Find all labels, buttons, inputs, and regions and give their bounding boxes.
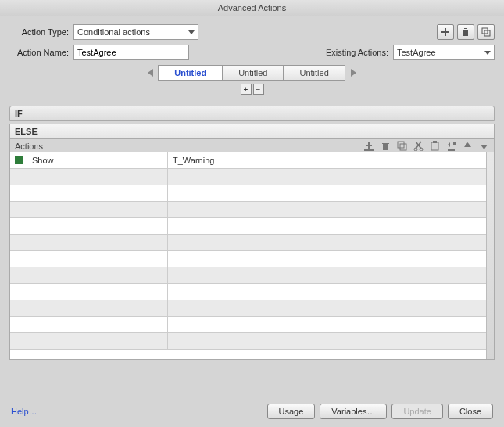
row-action-cell[interactable] [27,169,168,185]
top-panel: Action Type: Conditional actions Action … [0,16,504,102]
svg-rect-7 [431,142,438,150]
row-marker [10,169,27,185]
duplicate-action-button[interactable] [477,24,495,40]
add-row-icon[interactable] [364,141,374,151]
svg-rect-4 [400,144,406,150]
table-row[interactable] [10,317,494,333]
row-target-cell[interactable] [168,267,494,283]
if-section-header[interactable]: IF [9,106,495,121]
cut-row-icon[interactable] [413,141,424,151]
action-type-dropdown[interactable]: Conditional actions [73,24,198,40]
row-target-cell[interactable] [168,169,494,185]
existing-actions-label: Existing Actions: [326,48,393,57]
row-marker [10,267,27,283]
table-row[interactable] [10,251,494,267]
row-action-cell[interactable] [27,235,168,250]
add-tab-button[interactable]: + [241,84,252,95]
chevron-down-icon [188,30,195,34]
table-row[interactable]: ShowT_Warning [10,152,494,169]
row-target-cell[interactable] [168,300,494,316]
decision-tab-1[interactable]: Untitled [222,65,284,81]
move-down-icon[interactable] [479,141,489,151]
row-target-cell[interactable] [168,218,494,234]
row-target-cell[interactable] [168,185,494,201]
row-marker [10,202,27,217]
grid-scrollbar[interactable] [486,152,494,359]
row-marker [10,235,27,250]
row-marker [10,333,27,349]
delete-action-button[interactable] [457,24,474,40]
row-target-cell[interactable] [168,333,494,349]
decision-tab-0[interactable]: Untitled [158,65,223,81]
decision-tabs: UntitledUntitledUntitled [9,65,495,81]
window-title: Advanced Actions [0,0,504,16]
actions-grid: ShowT_Warning [9,152,495,360]
svg-rect-3 [398,142,404,148]
actions-bar: Actions [9,139,495,152]
update-button: Update [391,404,442,419]
row-action-cell[interactable] [27,333,168,349]
row-marker [10,152,27,168]
copy-row-icon[interactable] [397,141,407,151]
variables-button[interactable]: Variables… [320,404,387,419]
decision-tab-2[interactable]: Untitled [283,65,345,81]
table-row[interactable] [10,202,494,218]
action-name-input[interactable] [73,45,189,60]
table-row[interactable] [10,185,494,202]
delete-row-icon[interactable] [381,141,391,151]
row-marker [10,218,27,234]
row-action-cell[interactable] [27,300,168,316]
row-target-cell[interactable]: T_Warning [168,152,494,168]
insert-row-icon[interactable] [446,141,456,151]
row-target-cell[interactable] [168,202,494,217]
row-target-cell[interactable] [168,251,494,267]
tabs-next-icon[interactable] [348,67,359,78]
existing-actions-value: TestAgree [397,48,436,57]
table-row[interactable] [10,267,494,284]
table-row[interactable] [10,300,494,317]
row-action-cell[interactable]: Show [27,152,168,168]
row-target-cell[interactable] [168,284,494,300]
row-target-cell[interactable] [168,235,494,250]
row-action-cell[interactable] [27,251,168,267]
tabs-prev-icon[interactable] [145,67,156,78]
action-type-label: Action Type: [9,27,73,37]
paste-row-icon[interactable] [430,141,440,151]
row-marker [10,300,27,316]
actions-label: Actions [15,142,43,151]
row-action-cell[interactable] [27,218,168,234]
add-action-button[interactable] [437,24,454,40]
row-marker [10,284,27,300]
existing-actions-dropdown[interactable]: TestAgree [393,45,495,60]
else-section-header[interactable]: ELSE [9,124,495,139]
row-action-cell[interactable] [27,202,168,217]
move-up-icon[interactable] [463,141,473,151]
table-row[interactable] [10,333,494,350]
row-marker [10,317,27,332]
table-row[interactable] [10,235,494,251]
table-row[interactable] [10,218,494,235]
help-link[interactable]: Help… [11,407,38,416]
row-action-cell[interactable] [27,185,168,201]
svg-rect-8 [433,141,437,143]
row-marker [10,251,27,267]
table-row[interactable] [10,169,494,185]
chevron-down-icon [484,51,491,55]
remove-tab-button[interactable]: − [253,84,264,95]
row-action-cell[interactable] [27,284,168,300]
footer: Help… Usage Variables… Update Close [0,396,504,427]
action-type-value: Conditional actions [77,27,150,37]
row-target-cell[interactable] [168,317,494,332]
table-row[interactable] [10,284,494,300]
usage-button[interactable]: Usage [267,404,316,419]
row-marker [10,185,27,201]
svg-rect-2 [364,149,374,151]
action-name-label: Action Name: [9,48,73,57]
row-action-cell[interactable] [27,267,168,283]
close-button[interactable]: Close [448,404,493,419]
row-action-cell[interactable] [27,317,168,332]
